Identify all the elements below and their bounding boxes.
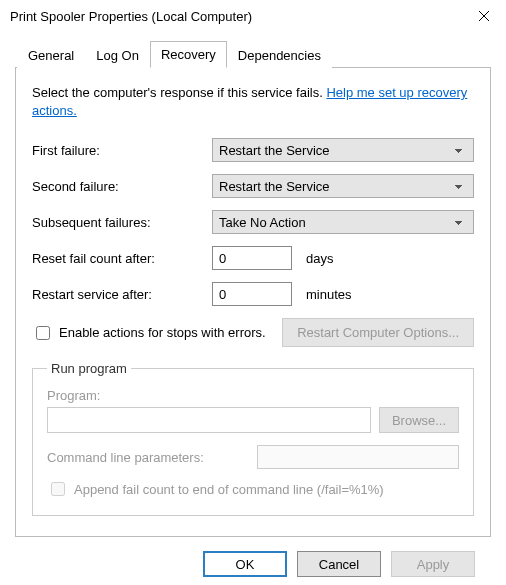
recovery-panel: Select the computer's response if this s… bbox=[15, 68, 491, 537]
window-title: Print Spooler Properties (Local Computer… bbox=[10, 9, 252, 24]
intro-text: Select the computer's response if this s… bbox=[32, 84, 474, 120]
restart-computer-options-button: Restart Computer Options... bbox=[282, 318, 474, 347]
cancel-button[interactable]: Cancel bbox=[297, 551, 381, 577]
dialog-buttons: OK Cancel Apply bbox=[15, 537, 491, 577]
append-fail-count-label: Append fail count to end of command line… bbox=[74, 482, 384, 497]
restart-service-after-label: Restart service after: bbox=[32, 287, 212, 302]
run-program-group: Run program Program: Browse... Command l… bbox=[32, 361, 474, 516]
tab-recovery[interactable]: Recovery bbox=[150, 41, 227, 68]
close-icon bbox=[478, 10, 490, 22]
first-failure-label: First failure: bbox=[32, 143, 212, 158]
command-line-params-label: Command line parameters: bbox=[47, 450, 247, 465]
first-failure-select[interactable]: Restart the Service bbox=[212, 138, 474, 162]
ok-button[interactable]: OK bbox=[203, 551, 287, 577]
run-program-legend: Run program bbox=[47, 361, 131, 376]
program-input bbox=[47, 407, 371, 433]
enable-actions-checkbox[interactable] bbox=[36, 326, 50, 340]
restart-service-after-input[interactable] bbox=[212, 282, 292, 306]
browse-button: Browse... bbox=[379, 407, 459, 433]
subsequent-failures-select[interactable]: Take No Action bbox=[212, 210, 474, 234]
tab-general[interactable]: General bbox=[17, 43, 85, 68]
append-fail-count-checkbox bbox=[51, 482, 65, 496]
reset-fail-count-label: Reset fail count after: bbox=[32, 251, 212, 266]
intro-prefix: Select the computer's response if this s… bbox=[32, 85, 326, 100]
subsequent-failures-label: Subsequent failures: bbox=[32, 215, 212, 230]
command-line-params-input bbox=[257, 445, 459, 469]
second-failure-label: Second failure: bbox=[32, 179, 212, 194]
tab-log-on[interactable]: Log On bbox=[85, 43, 150, 68]
tab-strip: General Log On Recovery Dependencies bbox=[15, 42, 491, 68]
enable-actions-label: Enable actions for stops with errors. bbox=[59, 325, 266, 340]
tab-dependencies[interactable]: Dependencies bbox=[227, 43, 332, 68]
apply-button: Apply bbox=[391, 551, 475, 577]
days-label: days bbox=[306, 251, 333, 266]
program-label: Program: bbox=[47, 388, 459, 403]
titlebar: Print Spooler Properties (Local Computer… bbox=[0, 0, 506, 32]
minutes-label: minutes bbox=[306, 287, 352, 302]
close-button[interactable] bbox=[461, 0, 506, 32]
reset-fail-count-input[interactable] bbox=[212, 246, 292, 270]
second-failure-select[interactable]: Restart the Service bbox=[212, 174, 474, 198]
